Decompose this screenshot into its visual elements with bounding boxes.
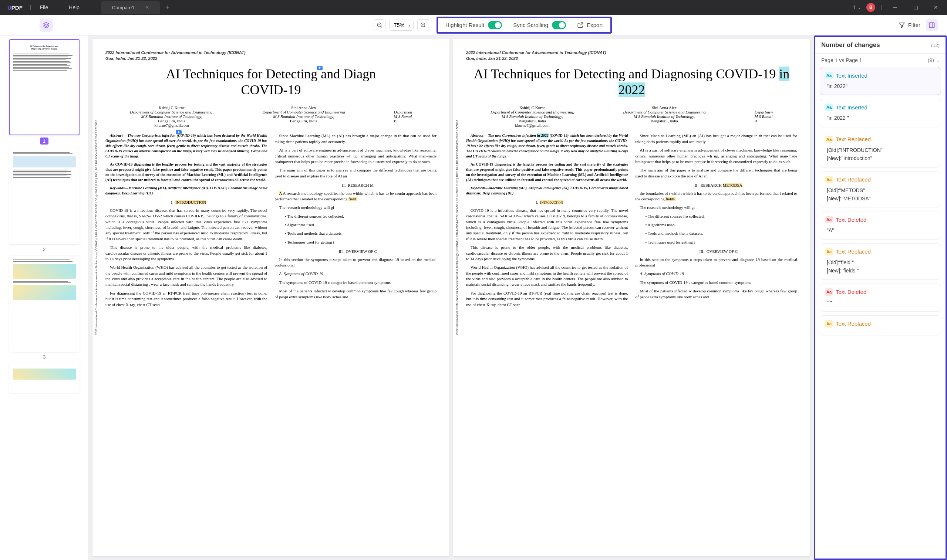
thumbnail-1[interactable]: AI Techniques for Detecting andDiagnosin…	[4, 39, 85, 145]
highlight-result-toggle[interactable]	[488, 21, 502, 29]
compare-area[interactable]: 2022 International Conference for Advanc…	[89, 35, 814, 560]
text-replaced-icon: Aa	[825, 320, 833, 328]
paper-title: AI Techniques for Detecting and Diagnosi…	[466, 66, 797, 98]
tab-label: Compare1	[112, 5, 135, 10]
svg-rect-7	[929, 23, 935, 28]
toolbar: 75% ▾ Highlight Result Sync Scrolling Ex…	[0, 15, 947, 35]
text-replaced-icon: Aa	[825, 135, 833, 143]
zoom-select[interactable]: 75% ▾	[389, 20, 413, 31]
text-replaced-icon: Aa	[825, 248, 833, 255]
sync-scrolling-toggle[interactable]	[552, 21, 566, 29]
minimize-button[interactable]: ─	[888, 0, 902, 15]
text-deleted-icon: Aa	[825, 216, 833, 223]
export-button[interactable]: Export	[577, 22, 603, 28]
compare-controls-highlight: Highlight Result Sync Scrolling Export	[436, 17, 611, 34]
change-item[interactable]: Aa Text Deleted " "	[820, 283, 941, 312]
app-logo: UPDF	[0, 5, 30, 11]
change-item[interactable]: Aa Text Replaced [Old]:"INTRODUCTION"[Ne…	[820, 131, 941, 168]
page-comparison-header[interactable]: Page 1 vs Page 1 (9) ⌄	[815, 54, 945, 67]
close-button[interactable]: ✕	[928, 0, 943, 15]
location-header: Goa, India. Jan 21-22, 2022	[466, 56, 797, 61]
chevron-down-icon: ▾	[409, 23, 410, 27]
thumbnail-number: 3	[43, 354, 46, 360]
tab-compare1[interactable]: Compare1 ×	[101, 1, 160, 14]
avatar[interactable]: B	[866, 3, 875, 12]
tab-bar: Compare1 × +	[101, 1, 170, 14]
thumbnail-3[interactable]: 3	[4, 256, 85, 360]
layers-button[interactable]	[40, 18, 53, 32]
user-count[interactable]: 1 ⌄	[853, 5, 861, 10]
change-item[interactable]: Aa Text Inserted "in 2022 "	[820, 99, 941, 127]
change-item[interactable]: Aa Text Replaced [Old]:"METODS"[New]:"ME…	[820, 171, 941, 208]
location-header: Goa, India. Jan 21-22, 2022	[105, 56, 436, 61]
zoom-out-button[interactable]	[373, 19, 386, 31]
thumbnail-number: 2	[43, 246, 46, 252]
paper-title: AI Techniques for Detecting✦ and DiagnCO…	[105, 66, 436, 98]
thumbnail-sidebar[interactable]: AI Techniques for Detecting andDiagnosin…	[0, 35, 89, 560]
text-deleted-icon: Aa	[825, 288, 833, 296]
document-right[interactable]: 2022 International Conference for Advanc…	[453, 39, 810, 556]
sync-scrolling-label: Sync Scrolling	[513, 22, 548, 28]
changes-panel: Number of changes (12) Page 1 vs Page 1 …	[814, 35, 947, 560]
thumbnail-4[interactable]	[4, 363, 85, 393]
changes-total-count: (12)	[931, 43, 939, 48]
change-item[interactable]: Aa Text Inserted "in 2022"	[820, 67, 941, 95]
change-item[interactable]: Aa Text Replaced	[820, 315, 941, 335]
conference-header: 2022 International Conference for Advanc…	[105, 50, 436, 55]
main-menu: File Help	[37, 3, 82, 12]
side-note: 2022 International Conference for Advanc…	[95, 113, 98, 335]
svg-line-6	[424, 26, 426, 27]
panel-toggle-button[interactable]	[926, 19, 938, 31]
conference-header: 2022 International Conference for Advanc…	[466, 50, 797, 55]
text-replaced-icon: Aa	[825, 176, 833, 183]
highlight-result-label: Highlight Result	[446, 22, 484, 28]
filter-button[interactable]: Filter	[899, 22, 920, 28]
insert-marker-icon: ✦	[176, 130, 182, 134]
divider: |	[30, 5, 31, 10]
changes-list[interactable]: Aa Text Inserted "in 2022" Aa Text Inser…	[815, 67, 945, 558]
maximize-button[interactable]: ▢	[908, 0, 923, 15]
chevron-down-icon: ⌄	[936, 58, 939, 63]
close-icon[interactable]: ×	[146, 4, 149, 11]
thumbnail-2[interactable]: 2	[4, 148, 85, 252]
zoom-in-button[interactable]	[417, 19, 429, 31]
text-inserted-icon: Aa	[825, 72, 833, 79]
menu-file[interactable]: File	[37, 3, 51, 12]
menu-help[interactable]: Help	[66, 3, 82, 12]
thumbnail-number: 1	[40, 137, 48, 145]
svg-line-2	[381, 26, 382, 27]
titlebar: UPDF | File Help Compare1 × + 1 ⌄ B | ─ …	[0, 0, 947, 15]
chevron-down-icon: ⌄	[858, 6, 861, 9]
changes-panel-title: Number of changes	[821, 42, 880, 49]
change-item[interactable]: Aa Text Replaced [Old]:"field."[New]:"fi…	[820, 243, 941, 280]
insert-marker-icon: ✦	[317, 66, 322, 70]
change-item[interactable]: Aa Text Deleted "A"	[820, 211, 941, 239]
document-left[interactable]: 2022 International Conference for Advanc…	[93, 39, 449, 556]
add-tab-button[interactable]: +	[166, 4, 170, 11]
text-inserted-icon: Aa	[825, 103, 833, 111]
side-note: 2022 International Conference for Advanc…	[455, 113, 459, 335]
